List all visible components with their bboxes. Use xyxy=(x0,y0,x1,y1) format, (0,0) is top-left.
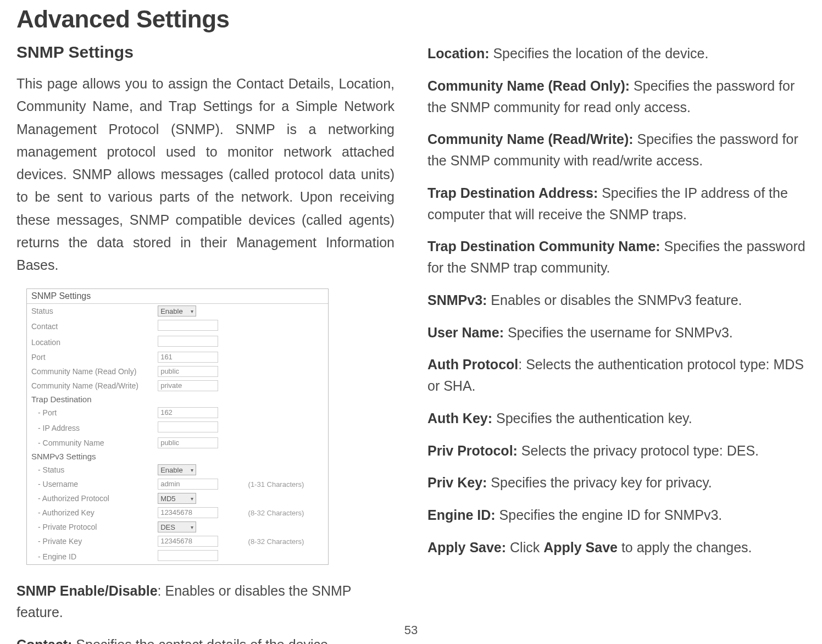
definition-item: Apply Save: Click Apply Save to apply th… xyxy=(427,537,806,558)
v3-engine-input[interactable] xyxy=(158,550,218,561)
page-title: Advanced Settings xyxy=(16,5,806,33)
location-label: Location xyxy=(27,334,153,350)
definition-term: Priv Key: xyxy=(427,475,487,490)
v3-privk-hint: (8-32 Characters) xyxy=(244,534,328,548)
right-column: Location: Specifies the location of the … xyxy=(427,43,806,644)
definition-item: Location: Specifies the location of the … xyxy=(427,43,806,64)
definition-item: Trap Destination Address: Specifies the … xyxy=(427,182,806,225)
definition-term: SNMP Enable/Disable xyxy=(16,583,158,598)
status-label: Status xyxy=(27,304,153,318)
cn-ro-label: Community Name (Read Only) xyxy=(27,364,153,379)
intro-paragraph: This page allows you to assign the Conta… xyxy=(16,73,395,276)
definition-term: Auth Protocol xyxy=(427,357,518,372)
v3-privk-label: - Private Key xyxy=(27,534,153,548)
trap-port-input[interactable]: 162 xyxy=(158,407,218,418)
page-number: 53 xyxy=(404,623,418,637)
v3-status-label: - Status xyxy=(27,463,153,477)
definition-term: SNMPv3: xyxy=(427,292,487,308)
v3-authp-label: - Authorized Protocol xyxy=(27,491,153,506)
definition-item: Trap Destination Community Name: Specifi… xyxy=(427,236,806,279)
definition-item: Priv Key: Specifies the privacy key for … xyxy=(427,472,806,493)
status-select[interactable]: Enable xyxy=(158,306,196,317)
v3-user-label: - Username xyxy=(27,477,153,491)
screenshot-header: SNMP Settings xyxy=(27,289,328,304)
definition-item: Engine ID: Specifies the engine ID for S… xyxy=(427,504,806,526)
cn-rw-label: Community Name (Read/Write) xyxy=(27,379,153,393)
v3-privk-input[interactable]: 12345678 xyxy=(158,536,218,547)
definition-term: Trap Destination Address: xyxy=(427,185,598,201)
definition-term: Location: xyxy=(427,46,490,61)
snmp-settings-screenshot: SNMP Settings StatusEnable Contact Locat… xyxy=(26,288,329,565)
port-input[interactable]: 161 xyxy=(158,352,218,363)
cn-rw-input[interactable]: private xyxy=(158,380,218,391)
definition-item: Auth Protocol: Selects the authenticatio… xyxy=(427,354,806,397)
definition-term: Trap Destination Community Name: xyxy=(427,238,660,254)
definition-item: Contact: Specifies the contact details o… xyxy=(16,634,395,644)
definition-bold-mid: Apply Save xyxy=(543,540,618,555)
definition-item: User Name: Specifies the username for SN… xyxy=(427,322,806,343)
cn-ro-input[interactable]: public xyxy=(158,366,218,377)
v3-privp-select[interactable]: DES xyxy=(158,521,196,532)
trap-cn-label: - Community Name xyxy=(27,436,153,450)
definition-item: SNMP Enable/Disable: Enables or disables… xyxy=(16,580,395,623)
definition-term: User Name: xyxy=(427,325,504,340)
definition-term: Community Name (Read Only): xyxy=(427,78,630,93)
v3-status-select[interactable]: Enable xyxy=(158,464,196,475)
definition-term: Community Name (Read/Write): xyxy=(427,131,634,147)
definition-term: Auth Key: xyxy=(427,410,492,426)
v3-user-hint: (1-31 Characters) xyxy=(244,477,328,491)
v3-user-input[interactable]: admin xyxy=(158,479,218,490)
location-input[interactable] xyxy=(158,336,218,347)
v3-privp-label: - Private Protocol xyxy=(27,520,153,534)
definition-term: Engine ID: xyxy=(427,507,496,523)
contact-label: Contact xyxy=(27,318,153,334)
definition-item: Community Name (Read/Write): Specifies t… xyxy=(427,129,806,171)
v3-authp-select[interactable]: MD5 xyxy=(158,493,196,504)
definition-term: Priv Protocol: xyxy=(427,443,518,458)
definition-term: Apply Save: xyxy=(427,540,506,555)
v3-engine-label: - Engine ID xyxy=(27,548,153,564)
definition-item: SNMPv3: Enables or disables the SNMPv3 f… xyxy=(427,290,806,311)
definition-item: Community Name (Read Only): Specifies th… xyxy=(427,75,806,118)
port-label: Port xyxy=(27,350,153,364)
section-title: SNMP Settings xyxy=(16,43,395,62)
contact-input[interactable] xyxy=(158,320,218,331)
trap-ip-label: - IP Address xyxy=(27,420,153,436)
trap-port-label: - Port xyxy=(27,406,153,420)
v3-header: SNMPv3 Settings xyxy=(27,450,328,463)
v3-authk-hint: (8-32 Characters) xyxy=(244,506,328,520)
trap-ip-input[interactable] xyxy=(158,421,218,432)
definition-item: Auth Key: Specifies the authentication k… xyxy=(427,408,806,429)
definition-item: Priv Protocol: Selects the privacy proto… xyxy=(427,440,806,462)
trap-header: Trap Destination xyxy=(27,393,328,406)
trap-cn-input[interactable]: public xyxy=(158,437,218,448)
definition-term: Contact: xyxy=(16,637,72,644)
left-column: SNMP Settings This page allows you to as… xyxy=(16,43,395,644)
v3-authk-label: - Authorized Key xyxy=(27,506,153,520)
v3-authk-input[interactable]: 12345678 xyxy=(158,507,218,518)
